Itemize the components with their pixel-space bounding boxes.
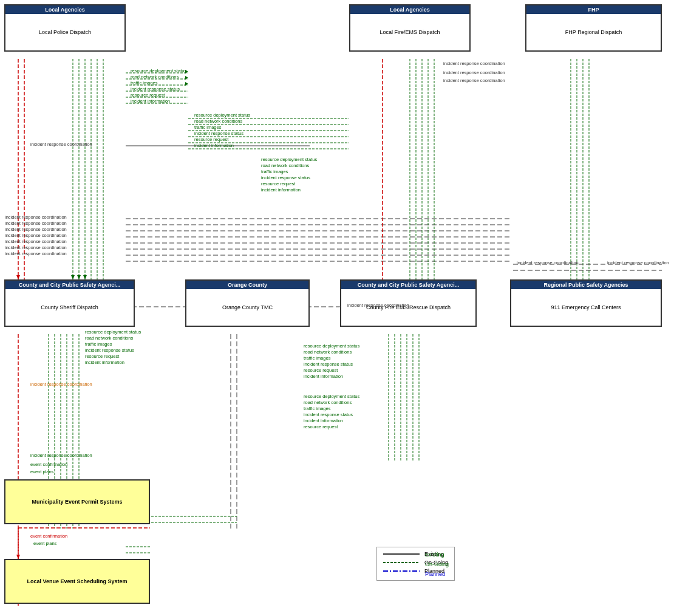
label-fire-rs-1: resource deployment status (304, 343, 359, 349)
label-county-rs-3: traffic images (85, 341, 112, 347)
emergency-911-header: Regional Public Safety Agencies (511, 281, 661, 289)
label-fire-rs2-4: incident response status (304, 412, 353, 417)
municipality-event-body: Municipality Event Permit Systems (5, 481, 149, 523)
label-irc-911-2: incident response coordination (607, 260, 669, 265)
label-fire-rs2-6: resource request (304, 424, 338, 429)
fhp-body: FHP Regional Dispatch (526, 14, 661, 50)
label-incident-status-1: incident response status (131, 86, 180, 92)
label-fire-rs2-5: incident information (304, 418, 343, 423)
label-incident-status-3: incident response status (261, 175, 310, 180)
label-county-rs-2: road network conditions (85, 335, 133, 341)
label-fire-rs-5: resource request (304, 368, 338, 373)
local-police-dispatch-node: Local Agencies Local Police Dispatch (4, 4, 126, 52)
municipality-event-node: Municipality Event Permit Systems (4, 479, 150, 524)
svg-marker-70 (16, 555, 20, 559)
label-road-network-1: road network conditions (131, 74, 179, 80)
svg-marker-68 (83, 275, 87, 279)
label-irc-cf: incident response coordination (347, 303, 409, 308)
label-road-network-2: road network conditions (194, 118, 242, 124)
label-resource-deploy-2: resource deployment status (194, 112, 250, 118)
local-fire-ems-node: Local Agencies Local Fire/EMS Dispatch (349, 4, 471, 52)
label-fire-rs2-1: resource deployment status (304, 394, 359, 399)
label-incident-status-2: incident response status (194, 131, 243, 136)
label-irc-fhp-1: incident response coordination (443, 61, 505, 66)
svg-marker-64 (185, 76, 188, 80)
label-event-plans-2: event plans (33, 541, 56, 546)
label-irc-5: incident response coordination (5, 233, 67, 238)
label-irc-fhp-3: incident response coordination (443, 78, 505, 83)
label-county-rs-5: resource request (85, 354, 119, 359)
label-irc-7: incident response coordination (5, 245, 67, 250)
orange-county-body: Orange County TMC (186, 289, 308, 326)
label-fire-rs-3: traffic images (304, 355, 330, 361)
label-irc-2: incident response coordination (5, 214, 67, 220)
label-resource-req-1: resource request (131, 92, 165, 98)
label-irc-event: incident response coordination (30, 453, 92, 458)
label-road-network-3: road network conditions (261, 163, 309, 168)
local-venue-body: Local Venue Event Scheduling System (5, 560, 149, 603)
label-fire-rs2-2: road network conditions (304, 400, 352, 405)
label-resource-deploy-1: resource deployment status (131, 68, 186, 74)
emergency-911-node: Regional Public Safety Agencies 911 Emer… (510, 279, 662, 327)
label-resource-deploy-3: resource deployment status (261, 157, 317, 162)
label-fire-rs-6: incident information (304, 374, 343, 379)
label-county-rs-4: incident response status (85, 347, 134, 353)
orange-county-header: Orange County (186, 281, 308, 289)
orange-county-tmc-node: Orange County Orange County TMC (185, 279, 310, 327)
svg-marker-65 (185, 82, 188, 86)
label-irc-8: incident response coordination (5, 251, 67, 256)
legend-planned-color: Planned (425, 571, 445, 577)
label-incident-info-3: incident information (261, 187, 301, 193)
label-event-plans-1: event plans (30, 469, 53, 474)
local-fire-body: Local Fire/EMS Dispatch (350, 14, 469, 50)
svg-marker-66 (71, 275, 75, 279)
label-traffic-images-3: traffic images (261, 169, 288, 174)
label-fire-rs2-3: traffic images (304, 406, 330, 411)
label-irc-3: incident response coordination (5, 221, 67, 226)
fhp-node: FHP FHP Regional Dispatch (525, 4, 662, 52)
label-county-rs-6: incident information (85, 360, 124, 365)
label-irc-4: incident response coordination (5, 227, 67, 232)
county-sheriff-header: County and City Public Safety Agenci... (5, 281, 134, 289)
county-fire-header: County and City Public Safety Agenci... (341, 281, 475, 289)
emergency-911-body: 911 Emergency Call Centers (511, 289, 661, 326)
legend-existing-color: Existing (425, 552, 444, 558)
label-irc-sheriff: incident response coordination (30, 382, 92, 387)
label-irc-6: incident response coordination (5, 239, 67, 244)
label-fire-rs-4: incident response status (304, 361, 353, 367)
county-sheriff-node: County and City Public Safety Agenci... … (4, 279, 135, 327)
label-county-rs-1: resource deployment status (85, 329, 141, 335)
label-incident-info-1: incident information (131, 98, 170, 104)
label-traffic-images-1: traffic images (131, 80, 157, 86)
label-irc-911-1: incident response coordination (517, 260, 579, 265)
label-irc-fhp-2: incident response coordination (443, 70, 505, 75)
local-police-header: Local Agencies (5, 5, 124, 14)
label-event-confirm-1: event confirmation (30, 462, 67, 467)
label-incident-info-2: incident information (194, 143, 234, 148)
diagram-container: Local Agencies Local Police Dispatch Loc… (0, 0, 674, 616)
label-traffic-images-2: traffic images (194, 125, 221, 130)
label-resource-req-2: resource request (194, 137, 228, 142)
label-event-confirm-2: event confirmation (30, 533, 67, 539)
fhp-header: FHP (526, 5, 661, 14)
svg-marker-69 (16, 275, 20, 279)
local-venue-node: Local Venue Event Scheduling System (4, 559, 150, 604)
label-irc-1: incident response coordination (30, 142, 92, 147)
label-fire-rs-2: road network conditions (304, 349, 352, 355)
label-resource-req-3: resource request (261, 181, 295, 187)
local-fire-header: Local Agencies (350, 5, 469, 14)
local-police-body: Local Police Dispatch (5, 14, 124, 50)
svg-marker-67 (77, 275, 81, 279)
county-sheriff-body: County Sheriff Dispatch (5, 289, 134, 326)
legend-ongoing-color: On-Going (425, 561, 449, 567)
